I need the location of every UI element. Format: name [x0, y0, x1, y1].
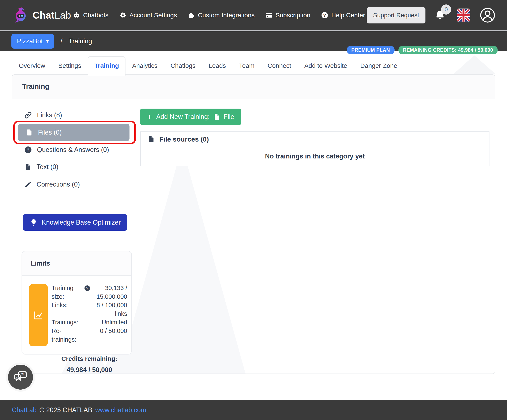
- limit-row-retrainings: Re-trainings: 0 / 50,000: [52, 327, 127, 344]
- sidebar-item-corrections[interactable]: Corrections (0): [12, 178, 139, 190]
- premium-plan-badge: PREMIUM PLAN: [347, 46, 394, 54]
- gear-icon: [119, 11, 127, 19]
- tab-team[interactable]: Team: [232, 56, 261, 76]
- limit-row-links: Links: 8 / 100,000 links: [52, 301, 127, 318]
- tab-training[interactable]: Training: [88, 56, 126, 76]
- svg-text:?: ?: [27, 147, 29, 152]
- credits-remaining-label: Credits remaining:: [52, 355, 127, 362]
- nav-item-chatbots[interactable]: Chatbots: [73, 11, 108, 19]
- page-footer: ChatLab © 2025 CHATLAB www.chatlab.com: [0, 400, 507, 420]
- limit-value: 0 / 50,000: [84, 327, 127, 335]
- tab-settings[interactable]: Settings: [52, 56, 88, 76]
- knowledge-base-optimizer-button[interactable]: Knowledge Base Optimizer: [23, 214, 127, 231]
- tab-analytics[interactable]: Analytics: [126, 56, 164, 76]
- footer-copyright: © 2025 CHATLAB: [40, 406, 92, 414]
- add-button-target: File: [224, 113, 234, 121]
- file-sources-table: File sources (0) No trainings in this ca…: [140, 131, 489, 166]
- top-navbar: ChatLab Chatbots Acc: [0, 0, 507, 31]
- bot-selector-button[interactable]: PizzaBot ▾: [11, 34, 54, 49]
- tab-danger-zone[interactable]: Danger Zone: [354, 56, 404, 76]
- nav-item-account-settings[interactable]: Account Settings: [119, 11, 177, 19]
- sidebar-item-label: Questions & Answers (0): [37, 146, 109, 154]
- question-circle-icon: ?: [24, 146, 32, 154]
- limit-label: Re-trainings:: [52, 327, 84, 344]
- usage-chart-tile: [29, 284, 48, 346]
- svg-text:?: ?: [21, 372, 24, 377]
- notification-count-badge: 0: [441, 4, 451, 14]
- sidebar-item-text[interactable]: Text (0): [12, 161, 139, 173]
- main-nav: Chatbots Account Settings Custo: [71, 11, 367, 19]
- tab-chatlogs[interactable]: Chatlogs: [164, 56, 202, 76]
- chatlab-logo[interactable]: ChatLab: [11, 6, 71, 25]
- help-circle-icon: ?: [321, 11, 329, 19]
- plan-badges: PREMIUM PLAN REMAINING CREDITS: 49,984 /…: [347, 46, 498, 54]
- kb-optimizer-label: Knowledge Base Optimizer: [42, 219, 121, 226]
- sidebar-item-links[interactable]: Links (8): [12, 109, 139, 121]
- nav-label: Custom Integrations: [198, 12, 254, 19]
- nav-label: Chatbots: [83, 12, 108, 19]
- page-title: Training: [22, 82, 49, 91]
- user-avatar-icon[interactable]: [479, 7, 496, 23]
- nav-item-subscription[interactable]: Subscription: [265, 11, 310, 19]
- limits-divider: [52, 349, 127, 349]
- tab-overview[interactable]: Overview: [12, 56, 52, 76]
- limits-title: Limits: [31, 260, 50, 267]
- limit-row-trainings: Trainings: Unlimited: [52, 318, 127, 327]
- notifications-bell[interactable]: 0: [435, 9, 445, 21]
- limits-card: Limits Training size: ?: [21, 251, 132, 355]
- bot-tabs: Overview Settings Training Analytics Cha…: [12, 56, 404, 76]
- tab-leads[interactable]: Leads: [202, 56, 232, 76]
- nav-label: Account Settings: [129, 12, 177, 19]
- add-button-label: Add New Training:: [156, 113, 210, 121]
- file-icon: [213, 113, 220, 120]
- language-flag-uk-icon[interactable]: [457, 8, 470, 22]
- limits-card-body: Training size: ? 30,133 / 15,000,000 Lin…: [22, 276, 131, 374]
- training-card: Training Links (8) Files (0) ? Questions…: [12, 74, 495, 374]
- sidebar-item-label: Files (0): [38, 129, 62, 136]
- text-document-icon: [24, 163, 31, 170]
- sidebar-item-label: Links (8): [37, 111, 62, 119]
- sidebar-item-label: Text (0): [36, 163, 58, 171]
- nav-label: Help Center: [331, 12, 365, 19]
- puzzle-icon: [188, 11, 195, 19]
- sidebar-item-files-selected[interactable]: Files (0): [18, 124, 129, 141]
- file-icon: [148, 135, 155, 143]
- limits-rows: Training size: ? 30,133 / 15,000,000 Lin…: [52, 284, 127, 344]
- limits-card-header: Limits: [22, 252, 131, 276]
- breadcrumb-separator: /: [60, 37, 62, 45]
- chat-widget-button[interactable]: ? ..: [8, 365, 33, 390]
- limit-value: 8 / 100,000 links: [84, 301, 127, 318]
- file-icon: [26, 129, 33, 136]
- training-card-header: Training: [12, 75, 495, 98]
- limit-value: 30,133 / 15,000,000: [91, 284, 127, 301]
- lightbulb-icon: [29, 218, 38, 226]
- sidebar-item-questions-answers[interactable]: ? Questions & Answers (0): [12, 144, 139, 156]
- credit-card-icon: [265, 11, 273, 19]
- link-icon: [24, 111, 32, 119]
- add-new-training-file-button[interactable]: + Add New Training: File: [140, 109, 241, 125]
- footer-brand-link[interactable]: ChatLab: [12, 406, 36, 414]
- help-icon[interactable]: ?: [84, 285, 90, 291]
- svg-text:?: ?: [324, 13, 326, 18]
- support-request-button[interactable]: Support Request: [367, 7, 425, 23]
- bot-name: PizzaBot: [17, 37, 43, 45]
- nav-label: Subscription: [275, 12, 310, 19]
- nav-item-help-center[interactable]: ? Help Center: [321, 11, 365, 19]
- tab-add-to-website[interactable]: Add to Website: [298, 56, 354, 76]
- robot-icon: [73, 11, 80, 19]
- footer-website-link[interactable]: www.chatlab.com: [95, 406, 146, 414]
- limit-row-training-size: Training size: ? 30,133 / 15,000,000: [52, 284, 127, 301]
- limit-label: Links:: [52, 301, 84, 309]
- svg-text:..: ..: [16, 373, 19, 378]
- brand-wordmark: ChatLab: [33, 9, 71, 21]
- chevron-down-icon: ▾: [46, 39, 49, 44]
- breadcrumb-current-page: Training: [69, 37, 92, 45]
- nav-item-custom-integrations[interactable]: Custom Integrations: [188, 11, 254, 19]
- svg-text:?: ?: [86, 286, 89, 290]
- pencil-icon: [24, 181, 31, 188]
- chatlab-flask-icon: [11, 6, 30, 25]
- line-chart-icon: [33, 309, 44, 321]
- sidebar-item-label: Corrections (0): [36, 181, 80, 188]
- tab-connect[interactable]: Connect: [261, 56, 298, 76]
- file-sources-title: File sources (0): [159, 135, 209, 143]
